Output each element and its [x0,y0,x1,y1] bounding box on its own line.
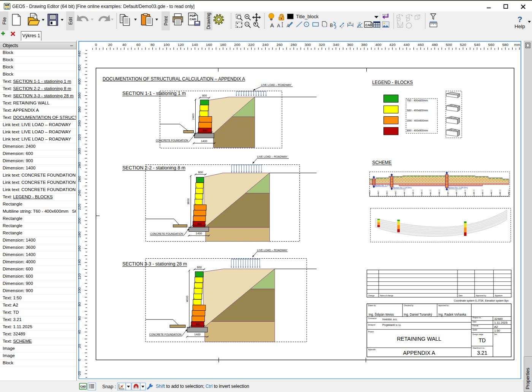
svg-text:60: 60 [136,43,141,47]
svg-text:0: 0 [78,359,81,361]
svg-text:360: 360 [78,106,81,112]
svg-text:600: 600 [197,266,202,269]
svg-text:0.00: 0.00 [369,190,371,194]
svg-text:1:50: 1:50 [494,329,500,332]
svg-text:LIVE LOAD – ROADWAY: LIVE LOAD – ROADWAY [257,155,287,158]
svg-text:Drawn by:: Drawn by: [368,305,377,307]
svg-text:APPENDIX A: APPENDIX A [403,349,435,356]
svg-text:LIVE LOAD – ROADWAY: LIVE LOAD – ROADWAY [257,249,287,251]
svg-text:Snap :: Snap : [102,384,116,389]
svg-text:340: 340 [333,43,339,47]
svg-text:T60 - 400x600mm: T60 - 400x600mm [407,99,428,102]
svg-text:Change: Change [368,295,375,297]
svg-text:1400: 1400 [196,232,202,235]
svg-text:Print: Print [163,16,169,25]
svg-text:900: 900 [196,323,200,326]
svg-text:360: 360 [347,43,353,47]
svg-text:900: 900 [203,129,207,132]
svg-text:21.00: 21.00 [430,190,432,194]
svg-text:27.00: 27.00 [447,190,449,194]
svg-text:3.21: 3.21 [477,350,487,356]
svg-text:100: 100 [163,43,170,47]
svg-text:6.00: 6.00 [386,190,388,194]
svg-text:380: 380 [78,92,81,99]
svg-text:280: 280 [78,162,81,168]
svg-text:32489: 32489 [494,317,503,321]
svg-text:PDF: PDF [190,14,196,17]
svg-text:200: 200 [234,43,241,47]
svg-text:Design stage:: Design stage: [473,334,484,335]
svg-text:11: 11 [348,21,352,25]
svg-text:260: 260 [276,43,283,47]
svg-text:100: 100 [78,287,81,294]
svg-text:30.00: 30.00 [456,190,458,194]
svg-text:Coordinate system S-JTSK, Elev: Coordinate system S-JTSK, Elevation syst… [454,299,509,302]
svg-text:300: 300 [78,148,81,154]
svg-text:460: 460 [418,43,424,47]
svg-text:80: 80 [78,302,81,306]
svg-text:Section No. 3 (28.00m): Section No. 3 (28.00m) [448,187,468,189]
svg-text:440: 440 [404,43,410,47]
svg-text:400: 400 [78,78,81,85]
svg-text:3600: 3600 [187,198,190,205]
svg-text:Ing. Radek Voňavka: Ing. Radek Voňavka [438,313,466,316]
svg-text:?: ? [518,15,522,24]
svg-text:200: 200 [78,217,81,224]
svg-text:520: 520 [460,43,466,47]
svg-text:CONCRETE FOUNDATION: CONCRETE FOUNDATION [149,333,182,336]
svg-text:440: 440 [78,51,81,57]
svg-text:CAD: CAD [366,24,372,27]
svg-text:Edit: Edit [68,17,73,25]
svg-text:220: 220 [78,204,81,210]
svg-text:G90 - 400x900mm: G90 - 400x900mm [407,119,429,122]
svg-text:CONCRETE FOUNDATION: CONCRETE FOUNDATION [156,139,188,142]
svg-text:-20: -20 [78,371,81,377]
svg-text:140: 140 [78,259,81,266]
svg-text:36.00: 36.00 [473,190,475,194]
svg-text:160: 160 [206,43,212,47]
svg-text:SECTION 2-2 - stationing 8 m: SECTION 2-2 - stationing 8 m [122,165,185,171]
svg-text:Help: Help [515,24,525,29]
svg-text:260: 260 [78,176,81,182]
svg-text:540: 540 [474,43,480,47]
svg-text:Projektanti s.r.o.: Projektanti s.r.o. [382,324,401,327]
svg-text:400: 400 [375,43,382,47]
svg-text:Designer:: Designer: [368,324,376,326]
svg-text:20: 20 [108,43,112,47]
svg-text:Drawing: Drawing [206,13,211,29]
svg-text:RETAINING WALL: RETAINING WALL [397,335,441,342]
svg-text:580: 580 [502,43,509,47]
svg-text:24.00: 24.00 [439,190,440,194]
svg-text:Appendix:: Appendix: [368,349,376,351]
svg-text:Set:: Set: [494,334,498,335]
svg-text:48.00: 48.00 [508,190,510,194]
svg-text:40: 40 [78,330,81,334]
svg-text:600: 600 [202,94,207,97]
svg-text:18.00: 18.00 [421,190,423,194]
svg-text:SECTION 1-1 - stationing 1 m: SECTION 1-1 - stationing 1 m [122,91,186,96]
svg-text:0: 0 [95,43,97,47]
svg-text:1.11.2025: 1.11.2025 [494,321,508,324]
svg-text:120: 120 [177,43,184,47]
svg-text:Title_block: Title_block [296,14,319,19]
svg-text:40: 40 [122,43,127,47]
svg-text:A: A [270,22,274,28]
svg-text:Approved by:: Approved by: [476,295,486,297]
svg-text:180: 180 [78,231,81,238]
svg-text:340: 340 [78,120,81,126]
svg-text:4000: 4000 [185,296,189,302]
svg-text:15.00: 15.00 [412,190,414,194]
svg-text:12.00: 12.00 [404,190,405,194]
svg-text:33.00: 33.00 [464,190,466,194]
svg-text:80: 80 [150,43,155,47]
svg-text:Scale:: Scale: [473,329,478,331]
svg-text:DOCUMENTATION OF STRUCTURAL CA: DOCUMENTATION OF STRUCTURAL CALCULATION … [103,76,245,82]
svg-text:220: 220 [248,43,255,47]
svg-text:500: 500 [446,43,452,47]
svg-text:File: File [2,17,7,25]
svg-text:480: 480 [432,43,438,47]
svg-text:9.00: 9.00 [395,190,397,194]
svg-text:Investor, a.s.: Investor, a.s. [382,318,397,321]
svg-text:420: 420 [78,65,81,71]
svg-text:Date:: Date: [473,321,477,323]
